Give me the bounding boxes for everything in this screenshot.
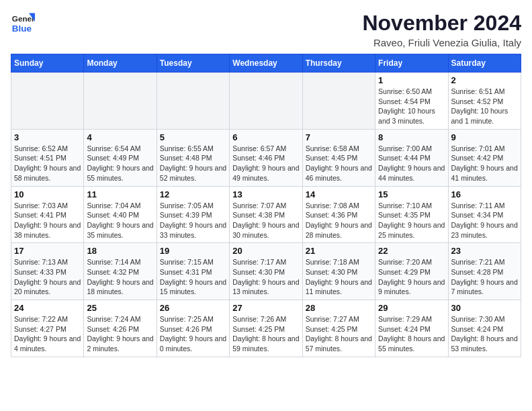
day-info: Sunrise: 7:21 AM Sunset: 4:28 PM Dayligh…: [451, 257, 518, 297]
calendar-cell: 27Sunrise: 7:26 AM Sunset: 4:25 PM Dayli…: [230, 300, 302, 357]
day-number: 24: [14, 303, 81, 313]
calendar-subtitle: Raveo, Friuli Venezia Giulia, Italy: [362, 37, 521, 48]
week-row-5: 24Sunrise: 7:22 AM Sunset: 4:27 PM Dayli…: [11, 300, 521, 357]
day-number: 8: [378, 132, 445, 142]
day-info: Sunrise: 7:18 AM Sunset: 4:30 PM Dayligh…: [306, 257, 372, 297]
calendar-cell: 7Sunrise: 6:58 AM Sunset: 4:45 PM Daylig…: [302, 129, 375, 186]
calendar-cell: 2Sunrise: 6:51 AM Sunset: 4:52 PM Daylig…: [448, 73, 521, 130]
calendar-cell: 18Sunrise: 7:14 AM Sunset: 4:32 PM Dayli…: [84, 243, 157, 300]
day-number: 19: [160, 246, 226, 256]
calendar-cell: 22Sunrise: 7:20 AM Sunset: 4:29 PM Dayli…: [375, 243, 448, 300]
day-number: 30: [451, 303, 518, 313]
day-info: Sunrise: 7:07 AM Sunset: 4:38 PM Dayligh…: [232, 201, 299, 240]
day-info: Sunrise: 7:01 AM Sunset: 4:42 PM Dayligh…: [451, 144, 518, 183]
calendar-cell: 15Sunrise: 7:10 AM Sunset: 4:35 PM Dayli…: [375, 186, 448, 243]
day-info: Sunrise: 7:03 AM Sunset: 4:41 PM Dayligh…: [14, 201, 81, 240]
day-number: 6: [232, 132, 299, 142]
calendar-cell: 11Sunrise: 7:04 AM Sunset: 4:40 PM Dayli…: [84, 186, 157, 243]
day-number: 20: [232, 246, 299, 256]
day-info: Sunrise: 7:17 AM Sunset: 4:30 PM Dayligh…: [232, 257, 299, 297]
day-info: Sunrise: 7:26 AM Sunset: 4:25 PM Dayligh…: [232, 314, 299, 354]
calendar-cell: 23Sunrise: 7:21 AM Sunset: 4:28 PM Dayli…: [448, 243, 521, 300]
day-number: 4: [87, 132, 153, 142]
day-number: 22: [378, 246, 445, 256]
calendar-cell: 29Sunrise: 7:29 AM Sunset: 4:24 PM Dayli…: [375, 300, 448, 357]
calendar-cell: 9Sunrise: 7:01 AM Sunset: 4:42 PM Daylig…: [448, 129, 521, 186]
calendar-cell: [157, 73, 229, 130]
calendar-title: November 2024: [362, 11, 521, 36]
day-number: 11: [87, 189, 153, 199]
weekday-header-monday: Monday: [84, 54, 157, 73]
weekday-header-tuesday: Tuesday: [157, 54, 229, 73]
calendar-table: SundayMondayTuesdayWednesdayThursdayFrid…: [11, 54, 521, 357]
day-info: Sunrise: 7:20 AM Sunset: 4:29 PM Dayligh…: [378, 257, 445, 297]
weekday-header-wednesday: Wednesday: [230, 54, 302, 73]
day-number: 9: [451, 132, 518, 142]
day-info: Sunrise: 7:04 AM Sunset: 4:40 PM Dayligh…: [87, 201, 153, 240]
day-number: 3: [14, 132, 81, 142]
weekday-header-thursday: Thursday: [302, 54, 375, 73]
day-number: 17: [14, 246, 81, 256]
calendar-cell: 8Sunrise: 7:00 AM Sunset: 4:44 PM Daylig…: [375, 129, 448, 186]
day-number: 21: [306, 246, 372, 256]
calendar-cell: 24Sunrise: 7:22 AM Sunset: 4:27 PM Dayli…: [11, 300, 84, 357]
calendar-cell: 12Sunrise: 7:05 AM Sunset: 4:39 PM Dayli…: [157, 186, 229, 243]
day-info: Sunrise: 7:30 AM Sunset: 4:24 PM Dayligh…: [451, 314, 518, 354]
calendar-cell: 25Sunrise: 7:24 AM Sunset: 4:26 PM Dayli…: [84, 300, 157, 357]
day-number: 29: [378, 303, 445, 313]
day-info: Sunrise: 6:50 AM Sunset: 4:54 PM Dayligh…: [378, 87, 445, 126]
day-info: Sunrise: 7:10 AM Sunset: 4:35 PM Dayligh…: [378, 201, 445, 240]
calendar-cell: 19Sunrise: 7:15 AM Sunset: 4:31 PM Dayli…: [157, 243, 229, 300]
weekday-header-row: SundayMondayTuesdayWednesdayThursdayFrid…: [11, 54, 521, 73]
day-info: Sunrise: 7:00 AM Sunset: 4:44 PM Dayligh…: [378, 144, 445, 183]
day-info: Sunrise: 6:57 AM Sunset: 4:46 PM Dayligh…: [232, 144, 299, 183]
day-number: 23: [451, 246, 518, 256]
weekday-header-sunday: Sunday: [11, 54, 84, 73]
calendar-cell: 3Sunrise: 6:52 AM Sunset: 4:51 PM Daylig…: [11, 129, 84, 186]
calendar-cell: 13Sunrise: 7:07 AM Sunset: 4:38 PM Dayli…: [230, 186, 302, 243]
week-row-1: 1Sunrise: 6:50 AM Sunset: 4:54 PM Daylig…: [11, 73, 521, 130]
calendar-cell: [302, 73, 375, 130]
day-number: 27: [232, 303, 299, 313]
day-info: Sunrise: 7:27 AM Sunset: 4:25 PM Dayligh…: [306, 314, 372, 354]
day-number: 15: [378, 189, 445, 199]
day-info: Sunrise: 7:15 AM Sunset: 4:31 PM Dayligh…: [160, 257, 226, 297]
calendar-cell: 10Sunrise: 7:03 AM Sunset: 4:41 PM Dayli…: [11, 186, 84, 243]
day-number: 14: [306, 189, 372, 199]
calendar-cell: 6Sunrise: 6:57 AM Sunset: 4:46 PM Daylig…: [230, 129, 302, 186]
day-info: Sunrise: 6:51 AM Sunset: 4:52 PM Dayligh…: [451, 87, 518, 126]
day-info: Sunrise: 7:24 AM Sunset: 4:26 PM Dayligh…: [87, 314, 153, 354]
day-info: Sunrise: 7:08 AM Sunset: 4:36 PM Dayligh…: [306, 201, 372, 240]
day-info: Sunrise: 6:52 AM Sunset: 4:51 PM Dayligh…: [14, 144, 81, 183]
logo: General Blue: [11, 11, 38, 35]
day-number: 25: [87, 303, 153, 313]
day-info: Sunrise: 6:58 AM Sunset: 4:45 PM Dayligh…: [306, 144, 372, 183]
day-info: Sunrise: 7:14 AM Sunset: 4:32 PM Dayligh…: [87, 257, 153, 297]
calendar-cell: 21Sunrise: 7:18 AM Sunset: 4:30 PM Dayli…: [302, 243, 375, 300]
calendar-cell: 17Sunrise: 7:13 AM Sunset: 4:33 PM Dayli…: [11, 243, 84, 300]
day-info: Sunrise: 7:11 AM Sunset: 4:34 PM Dayligh…: [451, 201, 518, 240]
calendar-cell: 30Sunrise: 7:30 AM Sunset: 4:24 PM Dayli…: [448, 300, 521, 357]
day-number: 10: [14, 189, 81, 199]
day-info: Sunrise: 7:29 AM Sunset: 4:24 PM Dayligh…: [378, 314, 445, 354]
day-info: Sunrise: 7:05 AM Sunset: 4:39 PM Dayligh…: [160, 201, 226, 240]
day-info: Sunrise: 7:22 AM Sunset: 4:27 PM Dayligh…: [14, 314, 81, 354]
calendar-cell: 20Sunrise: 7:17 AM Sunset: 4:30 PM Dayli…: [230, 243, 302, 300]
weekday-header-friday: Friday: [375, 54, 448, 73]
calendar-cell: 14Sunrise: 7:08 AM Sunset: 4:36 PM Dayli…: [302, 186, 375, 243]
day-number: 7: [306, 132, 372, 142]
day-number: 28: [306, 303, 372, 313]
calendar-cell: 5Sunrise: 6:55 AM Sunset: 4:48 PM Daylig…: [157, 129, 229, 186]
day-number: 26: [160, 303, 226, 313]
week-row-4: 17Sunrise: 7:13 AM Sunset: 4:33 PM Dayli…: [11, 243, 521, 300]
calendar-cell: 28Sunrise: 7:27 AM Sunset: 4:25 PM Dayli…: [302, 300, 375, 357]
calendar-cell: 26Sunrise: 7:25 AM Sunset: 4:26 PM Dayli…: [157, 300, 229, 357]
calendar-cell: 1Sunrise: 6:50 AM Sunset: 4:54 PM Daylig…: [375, 73, 448, 130]
calendar-cell: [230, 73, 302, 130]
weekday-header-saturday: Saturday: [448, 54, 521, 73]
calendar-cell: [84, 73, 157, 130]
day-number: 2: [451, 75, 518, 85]
calendar-cell: 16Sunrise: 7:11 AM Sunset: 4:34 PM Dayli…: [448, 186, 521, 243]
page-header: General Blue November 2024 Raveo, Friuli…: [11, 11, 521, 48]
day-number: 16: [451, 189, 518, 199]
